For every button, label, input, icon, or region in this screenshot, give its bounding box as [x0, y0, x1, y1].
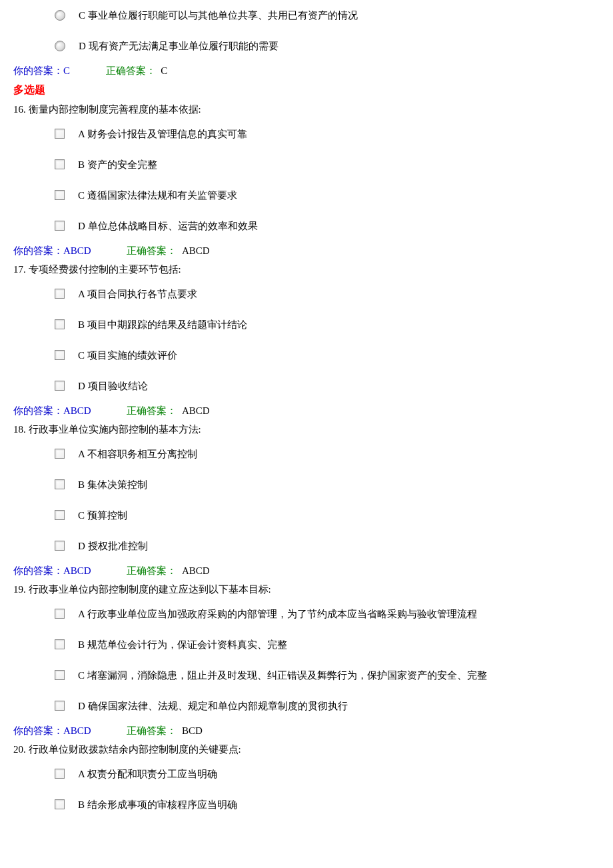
checkbox-icon[interactable] — [55, 350, 65, 360]
option-row: C 预算控制 — [13, 500, 600, 531]
correct-answer-label: 正确答案： — [127, 725, 177, 736]
checkbox-icon[interactable] — [55, 510, 65, 520]
option-row: D 确保国家法律、法规、规定和单位内部规章制度的贯彻执行 — [13, 691, 600, 721]
correct-answer-value: ABCD — [179, 405, 209, 416]
option-row: C 事业单位履行职能可以与其他单位共享、共用已有资产的情况 — [13, 0, 600, 31]
option-text: D 项目验收结论 — [78, 378, 148, 394]
correct-answer-label: 正确答案： — [127, 245, 177, 256]
question-stem: 18. 行政事业单位实施内部控制的基本方法: — [13, 420, 600, 439]
checkbox-icon[interactable] — [55, 129, 65, 139]
option-row: B 规范单位会计行为，保证会计资料真实、完整 — [13, 629, 600, 660]
checkbox-icon[interactable] — [55, 190, 65, 200]
option-text: C 事业单位履行职能可以与其他单位共享、共用已有资产的情况 — [79, 7, 358, 23]
correct-answer-label: 正确答案： — [127, 405, 177, 416]
option-text: A 项目合同执行各节点要求 — [78, 286, 197, 302]
option-row: A 项目合同执行各节点要求 — [13, 279, 600, 309]
your-answer: 你的答案：ABCD — [13, 245, 91, 256]
your-answer: 你的答案：ABCD — [13, 565, 91, 576]
option-text: C 堵塞漏洞，消除隐患，阻止并及时发现、纠正错误及舞弊行为，保护国家资产的安全、… — [78, 667, 487, 683]
answer-line: 你的答案：ABCD 正确答案： BCD — [13, 721, 600, 740]
option-text: A 财务会计报告及管理信息的真实可靠 — [78, 126, 247, 142]
checkbox-icon[interactable] — [55, 319, 65, 329]
option-text: D 单位总体战略目标、运营的效率和效果 — [78, 218, 258, 234]
option-text: D 现有资产无法满足事业单位履行职能的需要 — [79, 38, 279, 54]
your-answer: 你的答案：ABCD — [13, 405, 91, 416]
checkbox-icon[interactable] — [55, 381, 65, 391]
option-row: A 财务会计报告及管理信息的真实可靠 — [13, 119, 600, 149]
checkbox-icon[interactable] — [55, 221, 65, 231]
option-row: B 项目中期跟踪的结果及结题审计结论 — [13, 309, 600, 340]
option-text: C 项目实施的绩效评价 — [78, 347, 177, 363]
correct-answer-value: C — [159, 65, 168, 76]
option-text: D 授权批准控制 — [78, 538, 148, 554]
your-answer: 你的答案：C — [13, 65, 70, 76]
correct-answer-label: 正确答案： — [106, 65, 156, 76]
option-row: D 项目验收结论 — [13, 371, 600, 401]
checkbox-icon[interactable] — [55, 799, 65, 809]
question-stem: 19. 行政事业单位内部控制制度的建立应达到以下基本目标: — [13, 580, 600, 599]
option-row: B 结余形成事项的审核程序应当明确 — [13, 789, 600, 820]
checkbox-icon[interactable] — [55, 701, 65, 711]
your-answer: 你的答案：ABCD — [13, 725, 91, 736]
checkbox-icon[interactable] — [55, 639, 65, 649]
option-row: C 遵循国家法律法规和有关监管要求 — [13, 180, 600, 211]
section-header: 多选题 — [13, 80, 600, 100]
option-text: A 权责分配和职责分工应当明确 — [78, 766, 217, 782]
option-text: A 不相容职务相互分离控制 — [78, 446, 197, 462]
radio-icon[interactable] — [55, 41, 65, 51]
checkbox-icon[interactable] — [55, 541, 65, 551]
option-text: B 项目中期跟踪的结果及结题审计结论 — [78, 317, 247, 333]
checkbox-icon[interactable] — [55, 449, 65, 459]
question-stem: 16. 衡量内部控制制度完善程度的基本依据: — [13, 100, 600, 119]
option-row: D 现有资产无法满足事业单位履行职能的需要 — [13, 31, 600, 61]
option-text: B 资产的安全完整 — [78, 157, 157, 173]
option-text: B 规范单位会计行为，保证会计资料真实、完整 — [78, 637, 287, 653]
option-row: C 堵塞漏洞，消除隐患，阻止并及时发现、纠正错误及舞弊行为，保护国家资产的安全、… — [13, 660, 600, 691]
option-text: D 确保国家法律、法规、规定和单位内部规章制度的贯彻执行 — [78, 698, 348, 714]
option-text: C 预算控制 — [78, 507, 127, 523]
correct-answer-value: ABCD — [179, 245, 209, 256]
checkbox-icon[interactable] — [55, 609, 65, 619]
correct-answer-label: 正确答案： — [127, 565, 177, 576]
answer-line: 你的答案：C 正确答案： C — [13, 61, 600, 80]
checkbox-icon[interactable] — [55, 159, 65, 169]
checkbox-icon[interactable] — [55, 289, 65, 299]
option-row: B 集体决策控制 — [13, 469, 600, 500]
option-row: A 行政事业单位应当加强政府采购的内部管理，为了节约成本应当省略采购与验收管理流… — [13, 599, 600, 629]
answer-line: 你的答案：ABCD 正确答案： ABCD — [13, 241, 600, 260]
option-row: B 资产的安全完整 — [13, 149, 600, 180]
checkbox-icon[interactable] — [55, 769, 65, 779]
option-text: B 结余形成事项的审核程序应当明确 — [78, 797, 237, 813]
correct-answer-value: ABCD — [179, 565, 209, 576]
correct-answer-value: BCD — [179, 725, 203, 736]
option-text: C 遵循国家法律法规和有关监管要求 — [78, 187, 237, 203]
question-stem: 20. 行政单位财政拨款结余内部控制制度的关键要点: — [13, 740, 600, 759]
option-row: C 项目实施的绩效评价 — [13, 340, 600, 371]
checkbox-icon[interactable] — [55, 479, 65, 489]
answer-line: 你的答案：ABCD 正确答案： ABCD — [13, 401, 600, 420]
option-text: B 集体决策控制 — [78, 477, 147, 493]
question-stem: 17. 专项经费拨付控制的主要环节包括: — [13, 260, 600, 279]
option-text: A 行政事业单位应当加强政府采购的内部管理，为了节约成本应当省略采购与验收管理流… — [78, 606, 477, 622]
checkbox-icon[interactable] — [55, 670, 65, 680]
option-row: D 单位总体战略目标、运营的效率和效果 — [13, 211, 600, 241]
option-row: A 权责分配和职责分工应当明确 — [13, 759, 600, 789]
option-row: A 不相容职务相互分离控制 — [13, 439, 600, 469]
radio-icon[interactable] — [55, 10, 65, 21]
answer-line: 你的答案：ABCD 正确答案： ABCD — [13, 561, 600, 580]
option-row: D 授权批准控制 — [13, 531, 600, 561]
